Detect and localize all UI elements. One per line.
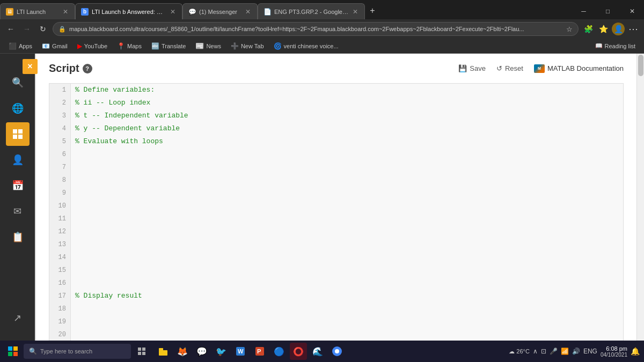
taskbar-clock[interactable]: 6:08 pm 04/10/2021 bbox=[601, 345, 627, 358]
tab-close-4[interactable]: ✕ bbox=[352, 7, 359, 17]
bookmark-gmail[interactable]: 📧 Gmail bbox=[38, 41, 72, 51]
sidebar-item-search[interactable]: 🔍 bbox=[6, 71, 30, 94]
avatar[interactable]: 👤 bbox=[612, 23, 625, 35]
taskbar-app-powerpoint[interactable]: P bbox=[251, 343, 268, 360]
line-content[interactable]: % Display result bbox=[71, 290, 623, 302]
bookmark-maps[interactable]: 📍 Maps bbox=[113, 41, 146, 51]
taskbar-app-edge[interactable]: 🦊 bbox=[174, 343, 191, 360]
code-line: 13 bbox=[49, 238, 623, 251]
script-help-icon[interactable]: ? bbox=[83, 64, 92, 73]
maximize-button[interactable]: □ bbox=[596, 3, 620, 19]
svg-rect-2 bbox=[13, 135, 17, 139]
back-button[interactable]: ← bbox=[4, 23, 17, 35]
taskbar-app-water[interactable]: 🌊 bbox=[309, 343, 326, 360]
line-content[interactable] bbox=[71, 315, 623, 328]
sidebar-item-notes[interactable]: 📋 bbox=[6, 225, 30, 249]
line-content[interactable] bbox=[71, 225, 623, 238]
line-content[interactable]: % Evaluate with loops bbox=[71, 135, 623, 148]
sidebar-item-link[interactable]: ↗ bbox=[6, 306, 30, 330]
reading-list-button[interactable]: 📖 Reading list bbox=[591, 41, 640, 50]
minimize-button[interactable]: ─ bbox=[572, 3, 596, 19]
refresh-button[interactable]: ↻ bbox=[36, 23, 49, 35]
svg-rect-13 bbox=[159, 348, 163, 351]
save-label: Save bbox=[470, 64, 486, 72]
taskbar-app-parrot[interactable]: 🐦 bbox=[213, 343, 230, 360]
taskbar-app-game[interactable]: ⭕ bbox=[290, 343, 307, 360]
line-content[interactable] bbox=[71, 200, 623, 212]
taskbar-app-chat[interactable]: 💬 bbox=[193, 343, 210, 360]
mic-icon[interactable]: 🎤 bbox=[550, 348, 558, 355]
line-content[interactable]: % t -- Independent variable bbox=[71, 109, 623, 122]
taskbar-app-chrome[interactable] bbox=[328, 343, 346, 360]
bookmark-apps[interactable]: ⬛ Apps bbox=[4, 41, 36, 51]
address-bar[interactable]: 🔒 mapua.blackboard.com/ultra/courses/_85… bbox=[53, 22, 579, 36]
menu-button[interactable]: ⋯ bbox=[627, 23, 640, 35]
tab-messenger[interactable]: 💬 (1) Messenger ✕ bbox=[182, 3, 258, 19]
wifi-icon[interactable]: 📶 bbox=[561, 348, 569, 355]
scrollbar-thumb[interactable] bbox=[638, 55, 643, 76]
close-button[interactable]: ✕ bbox=[620, 3, 644, 19]
tab-close-3[interactable]: ✕ bbox=[244, 7, 252, 17]
bookmark-translate[interactable]: 🔤 Translate bbox=[147, 41, 190, 51]
favorites-button[interactable]: ⭐ bbox=[597, 23, 610, 35]
main-area: × 🔍 🌐 👤 📅 ✉ 📋 ↗ bbox=[0, 54, 644, 341]
bookmark-youtube[interactable]: ▶ YouTube bbox=[73, 41, 112, 51]
new-tab-button[interactable]: + bbox=[365, 3, 380, 18]
line-content[interactable] bbox=[71, 251, 623, 264]
taskview-icon[interactable]: ⊡ bbox=[541, 348, 546, 355]
bookmark-news[interactable]: 📰 News bbox=[191, 41, 225, 51]
line-content[interactable]: % y -- Dependent variable bbox=[71, 122, 623, 135]
line-content[interactable] bbox=[71, 174, 623, 187]
tab-close-2[interactable]: ✕ bbox=[169, 7, 177, 17]
tab-lti-launch-b[interactable]: b LTI Launch b Answered: Plot the... ✕ bbox=[75, 3, 182, 19]
taskbar-app-explorer[interactable] bbox=[155, 343, 172, 360]
taskbar-search-icon: 🔍 bbox=[29, 348, 37, 355]
line-content[interactable] bbox=[71, 161, 623, 174]
sidebar-item-calendar[interactable]: 📅 bbox=[6, 174, 30, 197]
translate-icon: 🔤 bbox=[151, 42, 159, 50]
code-line: 15 bbox=[49, 264, 623, 277]
taskbar-app-word[interactable]: W bbox=[232, 343, 249, 360]
notifications-icon[interactable]: 🔔 bbox=[631, 347, 640, 356]
taskbar-search-bar[interactable]: 🔍 Type here to search bbox=[24, 344, 131, 359]
line-content[interactable] bbox=[71, 277, 623, 290]
sidebar-item-dashboard[interactable] bbox=[6, 122, 30, 146]
line-content[interactable] bbox=[71, 264, 623, 277]
sidebar-item-profile[interactable]: 👤 bbox=[6, 148, 30, 172]
sidebar-item-messages[interactable]: ✉ bbox=[6, 200, 30, 223]
volume-icon[interactable]: 🔊 bbox=[572, 348, 580, 355]
right-scrollbar[interactable] bbox=[636, 54, 644, 341]
close-panel-button[interactable]: × bbox=[23, 59, 38, 74]
line-content[interactable] bbox=[71, 187, 623, 200]
matlab-docs-link[interactable]: M MATLAB Documentation bbox=[534, 64, 624, 73]
task-view-button[interactable] bbox=[133, 343, 150, 360]
line-content[interactable] bbox=[71, 328, 623, 341]
sidebar-item-web[interactable]: 🌐 bbox=[6, 97, 30, 120]
bookmark-venti-label: venti chinese voice... bbox=[284, 43, 339, 49]
taskbar-weather: ☁ 26°C bbox=[509, 348, 530, 355]
line-content[interactable] bbox=[71, 212, 623, 225]
tab-google-docs[interactable]: 📄 ENG PT3.GRP.2 - Google Docs ✕ bbox=[258, 3, 365, 19]
chevron-up-icon[interactable]: ∧ bbox=[533, 348, 538, 355]
line-content[interactable]: % ii -- Loop index bbox=[71, 97, 623, 109]
tab-lti-launch[interactable]: 🖥 LTI Launch ✕ bbox=[0, 3, 75, 19]
svg-rect-12 bbox=[159, 350, 167, 356]
tab-close-1[interactable]: ✕ bbox=[62, 7, 69, 17]
bookmark-new-tab[interactable]: ➕ New Tab bbox=[226, 41, 268, 51]
star-icon[interactable]: ☆ bbox=[566, 25, 573, 33]
start-button[interactable] bbox=[4, 343, 21, 360]
reset-button[interactable]: ↺ Reset bbox=[496, 64, 523, 72]
save-button[interactable]: 💾 Save bbox=[458, 64, 486, 72]
nav-actions: 🧩 ⭐ 👤 ⋯ bbox=[582, 23, 640, 35]
taskbar-app-teams[interactable]: 🔵 bbox=[270, 343, 288, 360]
extensions-button[interactable]: 🧩 bbox=[582, 23, 595, 35]
code-editor[interactable]: 1% Define variables:2% ii -- Loop index3… bbox=[49, 83, 624, 341]
svg-rect-8 bbox=[138, 348, 141, 351]
bookmark-venti[interactable]: 🌀 venti chinese voice... bbox=[269, 41, 343, 51]
line-content[interactable] bbox=[71, 302, 623, 315]
line-content[interactable] bbox=[71, 238, 623, 251]
line-content[interactable]: % Define variables: bbox=[71, 84, 623, 97]
line-number: 16 bbox=[49, 277, 71, 290]
forward-button[interactable]: → bbox=[20, 23, 33, 35]
line-content[interactable] bbox=[71, 148, 623, 161]
